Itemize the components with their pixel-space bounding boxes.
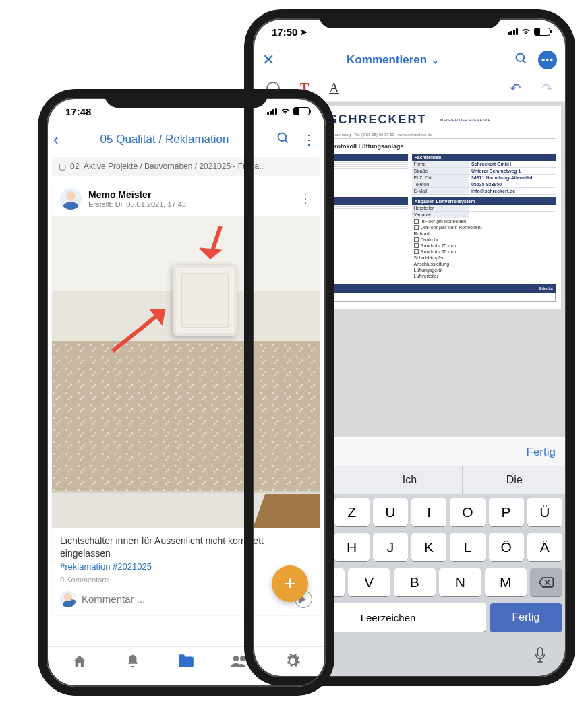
key-h[interactable]: H xyxy=(334,533,370,561)
key-ä[interactable]: Ä xyxy=(527,533,562,561)
key-l[interactable]: L xyxy=(450,533,485,561)
key-b[interactable]: B xyxy=(394,568,436,596)
folder-icon: ▢ xyxy=(59,162,66,171)
annotation-arrow-icon xyxy=(106,304,173,358)
key-o[interactable]: O xyxy=(450,498,485,526)
search-icon[interactable] xyxy=(511,52,531,69)
svg-line-1 xyxy=(523,60,526,63)
card-timestamp: Erstellt: Di. 05.01.2021, 17:43 xyxy=(88,200,293,208)
battery-icon xyxy=(534,28,550,36)
svg-point-0 xyxy=(517,53,525,61)
memo-card[interactable]: Memo Meister Erstellt: Di. 05.01.2021, 1… xyxy=(52,181,320,615)
battery-icon xyxy=(293,107,310,115)
menu-icon[interactable]: ⋮ xyxy=(299,131,319,148)
tabbar xyxy=(47,646,326,679)
key-n[interactable]: N xyxy=(439,568,481,596)
tab-people-icon[interactable] xyxy=(226,654,253,671)
redo-icon[interactable]: ↷ xyxy=(541,80,553,96)
key-ü[interactable]: Ü xyxy=(527,498,562,526)
tab-home-icon[interactable] xyxy=(66,654,93,672)
key-i[interactable]: I xyxy=(411,498,446,526)
signal-icon xyxy=(508,28,518,35)
tab-notifications-icon[interactable] xyxy=(119,654,146,672)
key-k[interactable]: K xyxy=(411,533,446,561)
search-icon[interactable] xyxy=(273,131,293,148)
key-m[interactable]: M xyxy=(485,568,527,596)
more-icon[interactable]: ••• xyxy=(538,51,557,69)
svg-point-22 xyxy=(240,656,245,661)
wifi-icon xyxy=(280,107,291,115)
key-j[interactable]: J xyxy=(373,533,408,561)
breadcrumb[interactable]: ▢02_Aktive Projekte / Bauvorhaben / 2021… xyxy=(52,157,320,176)
header: ‹ 05 Qualität / Reklamation ⋮ xyxy=(47,125,326,154)
card-more-icon[interactable]: ⋯ xyxy=(299,193,314,205)
comment-input[interactable] xyxy=(82,593,289,605)
svg-point-15 xyxy=(278,133,287,141)
card-photo[interactable] xyxy=(52,216,320,528)
header-title[interactable]: Kommentieren ⌄ xyxy=(281,53,504,67)
key-ö[interactable]: Ö xyxy=(489,533,524,561)
phone-left: 17:48 ‹ 05 Qualität / Reklamation ⋮ ▢02_… xyxy=(38,89,334,696)
tab-settings-icon[interactable] xyxy=(279,653,306,673)
svg-point-21 xyxy=(233,656,239,661)
avatar xyxy=(60,188,82,210)
underline-tool-icon[interactable]: A xyxy=(329,80,339,96)
undo-icon[interactable]: ↶ xyxy=(510,80,521,96)
status-time: 17:50 xyxy=(272,26,297,38)
suggestion[interactable]: Die xyxy=(463,466,566,494)
wifi-icon xyxy=(521,28,531,36)
svg-rect-14 xyxy=(537,648,542,656)
mic-icon[interactable] xyxy=(533,646,548,668)
location-icon: ➤ xyxy=(300,27,307,37)
header: ✕ Kommentieren ⌄ ••• xyxy=(253,45,566,75)
avatar xyxy=(60,591,76,607)
close-icon[interactable]: ✕ xyxy=(262,51,274,69)
key-v[interactable]: V xyxy=(348,568,390,596)
annotation-arrow-icon xyxy=(200,223,241,270)
key-z[interactable]: Z xyxy=(334,498,370,526)
status-time: 17:48 xyxy=(65,106,91,117)
key-p[interactable]: P xyxy=(489,498,524,526)
doc-brand-sub: MEISTER DER ELEMENTE xyxy=(440,118,491,122)
card-author: Memo Meister xyxy=(88,189,293,200)
back-icon[interactable]: ‹ xyxy=(53,130,59,149)
card-caption: Lichtschalter innen für Aussenlicht nich… xyxy=(52,528,320,561)
svg-line-16 xyxy=(285,140,288,142)
suggestion[interactable]: Ich xyxy=(357,466,462,494)
signal-icon xyxy=(267,108,277,115)
doc-brand: SCHRECKERT xyxy=(328,113,426,127)
key-u[interactable]: U xyxy=(373,498,408,526)
backspace-key[interactable] xyxy=(530,568,562,596)
tab-folder-icon[interactable] xyxy=(173,654,200,672)
svg-marker-18 xyxy=(204,250,217,257)
header-title: 05 Qualität / Reklamation xyxy=(64,133,268,146)
fab-add-button[interactable]: + xyxy=(272,565,308,602)
return-key[interactable]: Fertig xyxy=(490,603,562,632)
